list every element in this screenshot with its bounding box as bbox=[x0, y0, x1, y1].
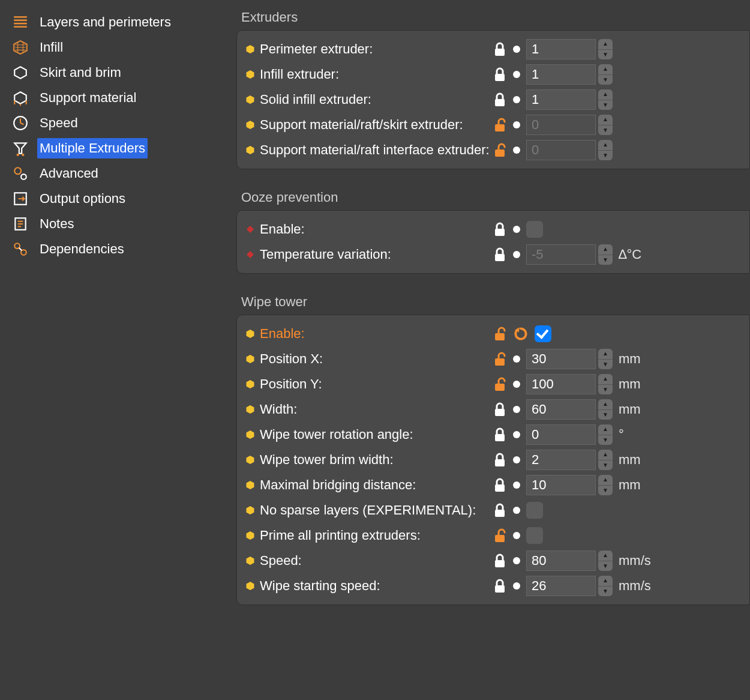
lock-icon[interactable] bbox=[493, 92, 507, 107]
spinner[interactable]: ▲▼ bbox=[598, 576, 613, 596]
spinner-up[interactable]: ▲ bbox=[598, 374, 613, 385]
sidebar-item-advanced[interactable]: Advanced bbox=[0, 161, 234, 186]
spinner-down[interactable]: ▼ bbox=[598, 125, 613, 136]
sidebar-item-multiple-extruders[interactable]: Multiple Extruders bbox=[0, 136, 234, 161]
number-input[interactable] bbox=[526, 450, 596, 470]
spinner-down[interactable]: ▼ bbox=[598, 385, 613, 395]
number-input[interactable] bbox=[526, 89, 596, 110]
sidebar-item-notes[interactable]: Notes bbox=[0, 211, 234, 237]
spinner-down[interactable]: ▼ bbox=[598, 486, 613, 496]
panel-ooze: Enable:Temperature variation:▲▼∆°C bbox=[236, 210, 750, 274]
checkbox[interactable] bbox=[535, 325, 551, 342]
sidebar-item-infill[interactable]: Infill bbox=[0, 35, 234, 60]
number-input[interactable] bbox=[526, 349, 596, 369]
lock-icon[interactable] bbox=[493, 578, 507, 594]
lock-icon[interactable] bbox=[493, 477, 507, 493]
lock-icon[interactable] bbox=[493, 502, 507, 518]
lock-open-icon[interactable] bbox=[493, 326, 507, 342]
number-input[interactable] bbox=[526, 244, 596, 265]
spinner-down[interactable]: ▼ bbox=[598, 460, 613, 471]
lock-open-icon[interactable] bbox=[493, 376, 507, 392]
number-input[interactable] bbox=[526, 115, 596, 135]
spinner-up[interactable]: ▲ bbox=[598, 450, 613, 460]
number-input[interactable] bbox=[526, 551, 596, 571]
checkbox[interactable] bbox=[526, 502, 543, 519]
setting-controls: ▲▼mm bbox=[493, 374, 747, 394]
status-dot bbox=[513, 381, 520, 388]
sidebar-item-layers[interactable]: Layers and perimeters bbox=[0, 10, 234, 35]
lock-open-icon[interactable] bbox=[493, 528, 507, 543]
lock-icon[interactable] bbox=[493, 452, 507, 468]
spinner[interactable]: ▲▼ bbox=[598, 424, 613, 445]
spinner-down[interactable]: ▼ bbox=[598, 410, 613, 420]
lock-icon[interactable] bbox=[493, 67, 507, 82]
spinner-up[interactable]: ▲ bbox=[598, 140, 613, 151]
spinner-down[interactable]: ▼ bbox=[598, 255, 613, 265]
lock-icon[interactable] bbox=[493, 553, 507, 569]
spinner-down[interactable]: ▼ bbox=[598, 151, 613, 161]
number-input[interactable] bbox=[526, 576, 596, 596]
section-title-extruders: Extruders bbox=[234, 7, 750, 30]
spinner-up[interactable]: ▲ bbox=[598, 424, 613, 435]
spinner[interactable]: ▲▼ bbox=[598, 551, 613, 571]
spinner-up[interactable]: ▲ bbox=[598, 576, 613, 587]
spinner-up[interactable]: ▲ bbox=[598, 89, 613, 100]
spinner[interactable]: ▲▼ bbox=[598, 115, 613, 135]
spinner-up[interactable]: ▲ bbox=[598, 475, 613, 486]
lock-open-icon[interactable] bbox=[493, 142, 507, 158]
spinner-up[interactable]: ▲ bbox=[598, 39, 613, 50]
sidebar-item-speed[interactable]: Speed bbox=[0, 110, 234, 136]
number-input[interactable] bbox=[526, 64, 596, 85]
lock-icon[interactable] bbox=[493, 427, 507, 442]
lock-icon[interactable] bbox=[493, 247, 507, 262]
setting-controls: ▲▼ bbox=[493, 115, 747, 135]
spinner-up[interactable]: ▲ bbox=[598, 399, 613, 410]
bullet-icon bbox=[245, 354, 255, 364]
spinner-down[interactable]: ▼ bbox=[598, 587, 613, 597]
sidebar-item-skirt[interactable]: Skirt and brim bbox=[0, 60, 234, 85]
sidebar-item-support[interactable]: Support material bbox=[0, 85, 234, 110]
number-input[interactable] bbox=[526, 140, 596, 160]
spinner[interactable]: ▲▼ bbox=[598, 349, 613, 369]
app-root: Layers and perimeters Infill Skirt and b… bbox=[0, 0, 750, 700]
unit-label: ∆°C bbox=[619, 247, 651, 262]
number-input[interactable] bbox=[526, 475, 596, 495]
spinner[interactable]: ▲▼ bbox=[598, 64, 613, 85]
spinner[interactable]: ▲▼ bbox=[598, 140, 613, 160]
spinner-down[interactable]: ▼ bbox=[598, 75, 613, 85]
spinner-down[interactable]: ▼ bbox=[598, 360, 613, 370]
sidebar-item-dependencies[interactable]: Dependencies bbox=[0, 237, 234, 262]
spinner[interactable]: ▲▼ bbox=[598, 89, 613, 110]
lock-icon[interactable] bbox=[493, 402, 507, 417]
spinner-up[interactable]: ▲ bbox=[598, 244, 613, 255]
number-input[interactable] bbox=[526, 39, 596, 59]
svg-rect-28 bbox=[495, 74, 505, 81]
number-input[interactable] bbox=[526, 374, 596, 394]
spinner-up[interactable]: ▲ bbox=[598, 349, 613, 360]
spinner[interactable]: ▲▼ bbox=[598, 399, 613, 420]
sidebar-item-output[interactable]: Output options bbox=[0, 186, 234, 211]
spinner[interactable]: ▲▼ bbox=[598, 39, 613, 59]
reset-icon[interactable] bbox=[513, 326, 529, 342]
spinner[interactable]: ▲▼ bbox=[598, 374, 613, 394]
spinner-up[interactable]: ▲ bbox=[598, 115, 613, 125]
spinner-down[interactable]: ▼ bbox=[598, 100, 613, 110]
svg-rect-45 bbox=[495, 384, 505, 391]
spinner-up[interactable]: ▲ bbox=[598, 551, 613, 561]
checkbox[interactable] bbox=[526, 221, 543, 238]
spinner-down[interactable]: ▼ bbox=[598, 561, 613, 572]
lock-open-icon[interactable] bbox=[493, 117, 507, 133]
spinner-up[interactable]: ▲ bbox=[598, 64, 613, 75]
lock-icon[interactable] bbox=[493, 222, 507, 237]
spinner-down[interactable]: ▼ bbox=[598, 435, 613, 445]
spinner[interactable]: ▲▼ bbox=[598, 244, 613, 265]
spinner[interactable]: ▲▼ bbox=[598, 475, 613, 495]
spinner-down[interactable]: ▼ bbox=[598, 50, 613, 60]
lock-open-icon[interactable] bbox=[493, 351, 507, 367]
lock-icon[interactable] bbox=[493, 41, 507, 57]
checkbox[interactable] bbox=[526, 527, 543, 544]
number-input[interactable] bbox=[526, 399, 596, 420]
setting-controls: ▲▼mm bbox=[493, 450, 747, 470]
number-input[interactable] bbox=[526, 424, 596, 445]
spinner[interactable]: ▲▼ bbox=[598, 450, 613, 470]
